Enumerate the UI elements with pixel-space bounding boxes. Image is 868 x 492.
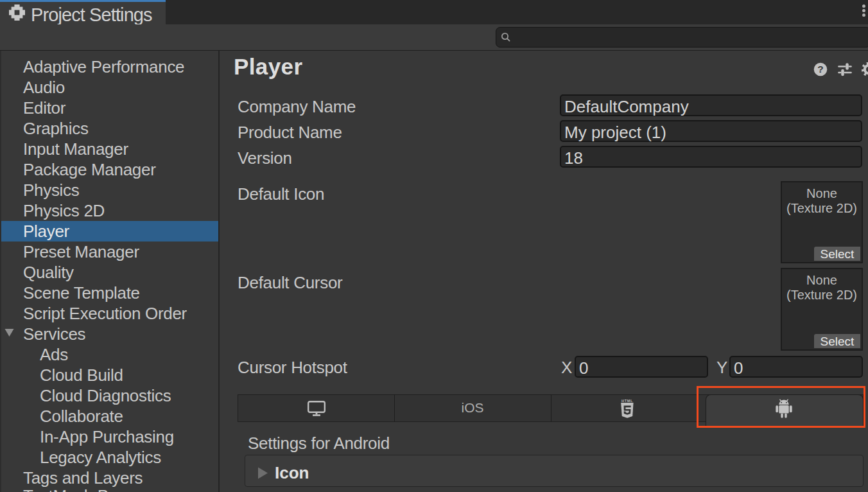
svg-text:HTML: HTML	[621, 399, 633, 403]
svg-text:?: ?	[817, 64, 823, 75]
